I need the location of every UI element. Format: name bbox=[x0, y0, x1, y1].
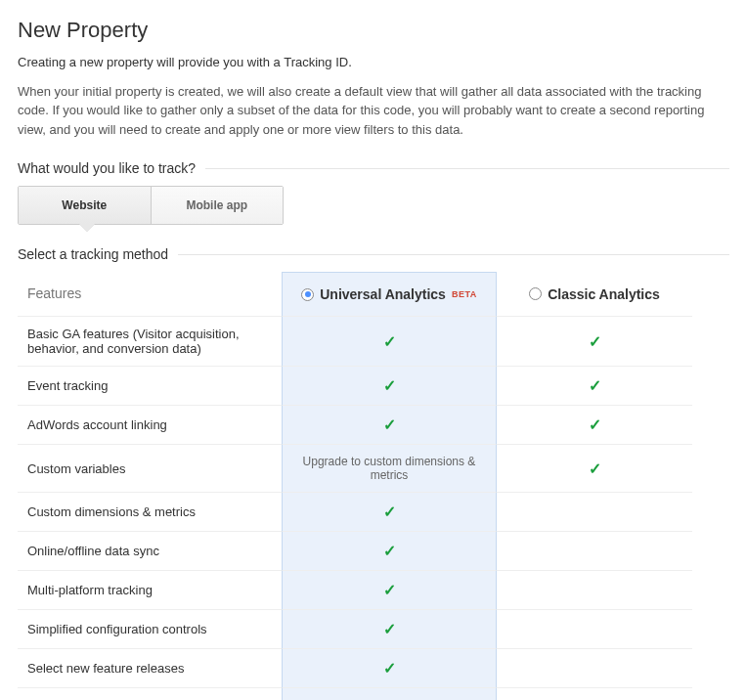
check-icon: ✓ bbox=[383, 503, 396, 521]
universal-cell: ✓ bbox=[282, 570, 497, 609]
check-icon: ✓ bbox=[589, 332, 601, 351]
intro-text-2: When your initial property is created, w… bbox=[18, 82, 729, 140]
track-question: What would you like to track? bbox=[18, 160, 729, 176]
track-question-label: What would you like to track? bbox=[18, 160, 196, 176]
feature-label: Custom dimensions & metrics bbox=[18, 492, 282, 531]
feature-label: Basic GA features (Visitor acquisition, … bbox=[18, 316, 282, 366]
radio-classic[interactable] bbox=[529, 287, 542, 300]
divider bbox=[205, 168, 729, 169]
page-title: New Property bbox=[18, 18, 729, 43]
check-icon: ✓ bbox=[383, 332, 396, 351]
classic-cell: ✓ bbox=[497, 687, 692, 700]
universal-cell: ✓ bbox=[282, 316, 497, 366]
column-features: Features bbox=[18, 272, 282, 316]
classic-cell: ✓ bbox=[497, 366, 692, 405]
universal-cell: ✓ bbox=[282, 492, 497, 531]
option-classic[interactable]: Classic Analytics bbox=[497, 272, 692, 316]
tab-website[interactable]: Website bbox=[19, 187, 152, 224]
classic-cell bbox=[497, 609, 692, 648]
radio-universal[interactable] bbox=[301, 288, 314, 301]
check-icon: ✓ bbox=[383, 620, 396, 638]
classic-cell bbox=[497, 648, 692, 687]
classic-cell: ✓ bbox=[497, 405, 692, 444]
feature-label: Multi-platform tracking bbox=[18, 570, 282, 609]
method-label: Select a tracking method bbox=[18, 246, 729, 262]
classic-cell: ✓ bbox=[497, 316, 692, 366]
track-tabs: Website Mobile app bbox=[18, 186, 284, 225]
check-icon: ✓ bbox=[589, 376, 601, 395]
option-universal-label: Universal Analytics bbox=[320, 286, 446, 302]
option-universal[interactable]: Universal Analytics BETA bbox=[282, 272, 497, 316]
feature-label: Custom variables bbox=[18, 444, 282, 492]
tab-pointer-icon bbox=[79, 224, 95, 232]
classic-cell bbox=[497, 492, 692, 531]
universal-cell: ✓ bbox=[282, 648, 497, 687]
feature-label: Advanced advertisement tools (DFA, Remar… bbox=[18, 687, 282, 700]
classic-cell bbox=[497, 570, 692, 609]
feature-label: Simplified configuration controls bbox=[18, 609, 282, 648]
universal-cell: ✓ bbox=[282, 609, 497, 648]
feature-label: Event tracking bbox=[18, 366, 282, 405]
classic-cell bbox=[497, 531, 692, 570]
option-classic-label: Classic Analytics bbox=[548, 286, 660, 302]
check-icon: ✓ bbox=[383, 659, 396, 678]
feature-label: AdWords account linking bbox=[18, 405, 282, 444]
tab-mobile-app[interactable]: Mobile app bbox=[152, 187, 284, 224]
classic-cell: ✓ bbox=[497, 444, 692, 492]
universal-cell: ✓ bbox=[282, 366, 497, 405]
feature-label: Online/offline data sync bbox=[18, 531, 282, 570]
check-icon: ✓ bbox=[589, 459, 601, 478]
check-icon: ✓ bbox=[383, 542, 396, 560]
method-label-text: Select a tracking method bbox=[18, 246, 168, 262]
intro-text-1: Creating a new property will provide you… bbox=[18, 53, 729, 72]
universal-cell: Upgrade to custom dimensions & metrics bbox=[282, 444, 497, 492]
check-icon: ✓ bbox=[589, 416, 601, 434]
beta-badge: BETA bbox=[452, 289, 477, 299]
check-icon: ✓ bbox=[383, 581, 396, 599]
check-icon: ✓ bbox=[383, 416, 396, 434]
universal-cell: Coming soon bbox=[282, 687, 497, 700]
check-icon: ✓ bbox=[383, 376, 396, 395]
divider bbox=[178, 254, 729, 255]
universal-cell: ✓ bbox=[282, 405, 497, 444]
universal-cell: ✓ bbox=[282, 531, 497, 570]
cell-text: Upgrade to custom dimensions & metrics bbox=[292, 455, 486, 482]
feature-label: Select new feature releases bbox=[18, 648, 282, 687]
